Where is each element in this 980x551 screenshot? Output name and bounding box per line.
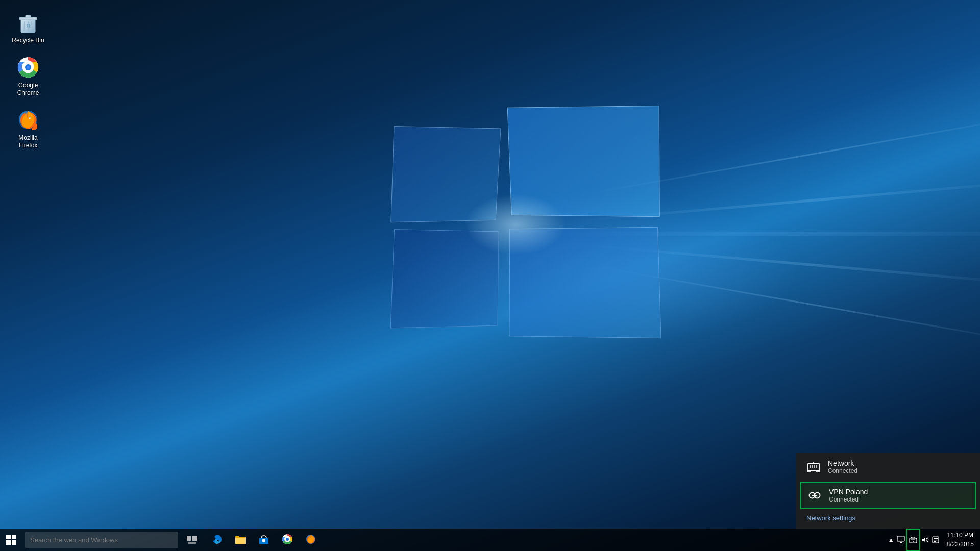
network-icon[interactable]: [906, 529, 920, 551]
taskbar-file-explorer-icon[interactable]: [229, 529, 252, 551]
taskbar-chrome-icon[interactable]: [276, 529, 299, 551]
vpn-icon: [807, 488, 822, 503]
network-status: Connected: [828, 467, 857, 474]
google-chrome-icon[interactable]: Google Chrome: [8, 53, 48, 100]
vpn-poland-item[interactable]: VPN Poland Connected: [800, 482, 976, 509]
svg-point-11: [27, 66, 30, 69]
svg-rect-3: [26, 15, 31, 18]
svg-rect-19: [12, 540, 16, 545]
network-settings-link[interactable]: Network settings: [796, 510, 980, 526]
svg-rect-41: [934, 541, 936, 542]
network-flyout: Network Connected VPN Poland Connected: [796, 453, 980, 529]
svg-rect-33: [900, 542, 902, 543]
recycle-bin-image: ♻: [16, 10, 40, 35]
svg-rect-21: [192, 536, 197, 541]
svg-rect-20: [187, 536, 191, 541]
mozilla-firefox-icon[interactable]: Mozilla Firefox: [8, 105, 48, 153]
svg-rect-34: [899, 543, 903, 543]
taskbar-search-input[interactable]: [25, 532, 178, 548]
svg-rect-18: [6, 540, 11, 545]
svg-line-6: [32, 21, 32, 31]
svg-rect-22: [188, 542, 196, 544]
start-button[interactable]: [0, 529, 22, 551]
svg-point-37: [913, 541, 914, 542]
monitor-icon[interactable]: [896, 529, 906, 551]
svg-rect-42: [808, 463, 819, 470]
svg-rect-17: [12, 535, 16, 539]
svg-point-29: [286, 538, 289, 541]
taskbar-systray: ▲: [887, 529, 980, 551]
vpn-name: VPN Poland: [829, 488, 868, 496]
systray-expand-button[interactable]: ▲: [887, 529, 896, 551]
svg-rect-32: [897, 536, 904, 541]
taskbar: ▲: [0, 529, 980, 551]
vpn-status: Connected: [829, 496, 868, 503]
clock-date: 8/22/2015: [947, 540, 974, 549]
taskbar-firefox-icon[interactable]: [300, 529, 322, 551]
taskbar-edge-icon[interactable]: [206, 529, 228, 551]
taskbar-apps: [206, 529, 322, 551]
svg-rect-24: [235, 538, 246, 544]
svg-rect-35: [910, 538, 917, 543]
network-name: Network: [828, 459, 857, 467]
chrome-label: Google Chrome: [10, 82, 46, 97]
volume-icon[interactable]: [920, 529, 930, 551]
svg-rect-26: [262, 539, 265, 542]
svg-rect-43: [808, 465, 819, 469]
desktop-icons-container: ♻ Recycle Bin: [0, 0, 56, 160]
firefox-label: Mozilla Firefox: [10, 134, 46, 150]
network-connected-text: Network Connected: [828, 459, 857, 474]
clock-time: 11:10 PM: [947, 531, 973, 540]
recycle-bin-icon[interactable]: ♻ Recycle Bin: [8, 8, 48, 47]
firefox-image: [16, 108, 40, 132]
network-ethernet-icon: [806, 460, 821, 474]
vpn-text: VPN Poland Connected: [829, 488, 868, 503]
svg-line-4: [24, 21, 24, 31]
chrome-image: [16, 55, 40, 80]
desktop: ♻ Recycle Bin: [0, 0, 980, 551]
svg-rect-40: [934, 540, 938, 540]
windows-logo: [383, 102, 664, 383]
action-center-icon[interactable]: [930, 529, 941, 551]
task-view-button[interactable]: [181, 529, 203, 551]
taskbar-store-icon[interactable]: [253, 529, 275, 551]
network-connected-item[interactable]: Network Connected: [796, 453, 980, 481]
svg-text:♻: ♻: [26, 23, 31, 29]
taskbar-clock[interactable]: 11:10 PM 8/22/2015: [941, 529, 980, 551]
svg-rect-16: [6, 535, 11, 539]
recycle-bin-label: Recycle Bin: [12, 37, 44, 45]
svg-point-15: [30, 117, 31, 118]
svg-rect-39: [934, 538, 938, 539]
